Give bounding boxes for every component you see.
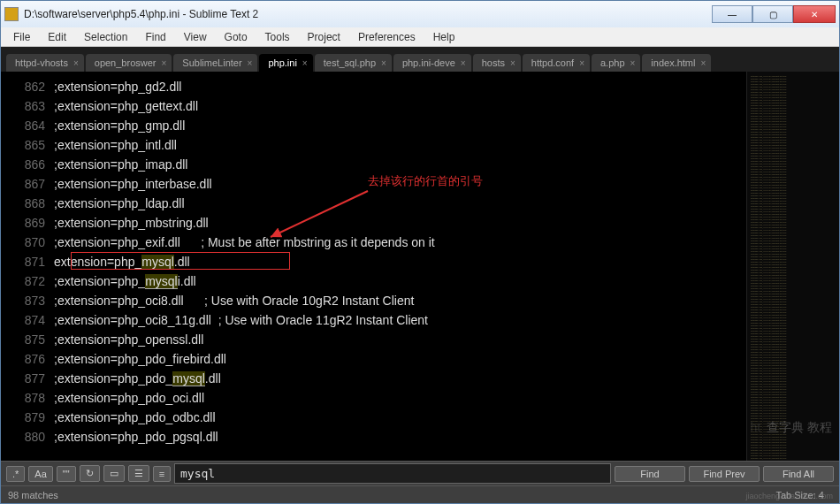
menu-goto[interactable]: Goto — [216, 29, 256, 45]
tab-close-icon[interactable]: × — [630, 58, 636, 68]
find-prev-button[interactable]: Find Prev — [689, 466, 760, 482]
minimize-button[interactable]: — — [712, 5, 752, 23]
titlebar[interactable]: D:\software\server\php5.4\php.ini - Subl… — [1, 1, 839, 27]
find-button[interactable]: Find — [615, 466, 685, 482]
tab-sublimelinter[interactable]: SublimeLinter× — [173, 54, 257, 72]
tab-hosts[interactable]: hosts× — [473, 54, 521, 72]
tabbar: httpd-vhosts×open_broswer×SublimeLinter×… — [1, 47, 839, 72]
tab-close-icon[interactable]: × — [161, 58, 166, 68]
status-matches: 98 matches — [8, 490, 58, 500]
menu-preferences[interactable]: Preferences — [349, 29, 424, 45]
window-title: D:\software\server\php5.4\php.ini - Subl… — [24, 8, 712, 20]
findbar: .* Aa "" ↻ ▭ ☰ ≡ Find Find Prev Find All — [1, 461, 839, 485]
tab-httpd-conf[interactable]: httpd.conf× — [523, 54, 590, 72]
tab-close-icon[interactable]: × — [461, 58, 466, 68]
menu-view[interactable]: View — [175, 29, 216, 45]
tab-php-ini-deve[interactable]: php.ini-deve× — [393, 54, 471, 72]
find-case-toggle[interactable]: Aa — [28, 466, 52, 482]
tab-close-icon[interactable]: × — [510, 58, 515, 68]
statusbar: 98 matches Tab Size: 4 jiaocheng.chazidi… — [1, 485, 839, 503]
tab-test-sql-php[interactable]: test_sql.php× — [315, 54, 392, 72]
tab-close-icon[interactable]: × — [302, 58, 308, 68]
tab-close-icon[interactable]: × — [248, 58, 253, 68]
tab-close-icon[interactable]: × — [579, 58, 584, 68]
tab-close-icon[interactable]: × — [73, 58, 79, 68]
menu-file[interactable]: File — [4, 29, 39, 45]
tab-close-icon[interactable]: × — [700, 58, 706, 68]
find-wrap-toggle[interactable]: ↻ — [80, 465, 100, 482]
gutter: 8628638648658668678688698708718728738748… — [1, 72, 54, 461]
tab-close-icon[interactable]: × — [381, 58, 386, 68]
find-regex-toggle[interactable]: .* — [6, 466, 25, 482]
tab-httpd-vhosts[interactable]: httpd-vhosts× — [6, 54, 84, 72]
menubar: File Edit Selection Find View Goto Tools… — [1, 27, 839, 47]
minimap[interactable]: extension=php_xxxxxx.dll ;comment text h… — [746, 72, 839, 461]
find-word-toggle[interactable]: "" — [57, 466, 76, 482]
tab-a-php[interactable]: a.php× — [592, 54, 640, 72]
find-insel-toggle[interactable]: ▭ — [103, 465, 125, 482]
menu-help[interactable]: Help — [424, 29, 464, 45]
close-button[interactable]: ✕ — [793, 5, 836, 23]
code-area[interactable]: ;extension=php_gd2.dll;extension=php_get… — [54, 72, 746, 461]
status-tabsize[interactable]: Tab Size: 4 — [775, 490, 823, 500]
tab-open-broswer[interactable]: open_broswer× — [86, 54, 172, 72]
find-highlight-toggle[interactable]: ☰ — [128, 465, 149, 482]
menu-selection[interactable]: Selection — [75, 29, 136, 45]
find-context-toggle[interactable]: ≡ — [153, 466, 171, 482]
find-input[interactable] — [174, 463, 611, 484]
app-icon — [4, 7, 19, 21]
menu-edit[interactable]: Edit — [39, 29, 75, 45]
find-all-button[interactable]: Find All — [763, 466, 834, 482]
tab-php-ini[interactable]: php.ini× — [259, 54, 312, 72]
menu-project[interactable]: Project — [299, 29, 349, 45]
menu-tools[interactable]: Tools — [256, 29, 299, 45]
maximize-button[interactable]: ▢ — [752, 5, 793, 23]
tab-index-html[interactable]: index.html× — [642, 54, 711, 72]
menu-find[interactable]: Find — [136, 29, 174, 45]
editor[interactable]: 8628638648658668678688698708718728738748… — [1, 72, 839, 461]
